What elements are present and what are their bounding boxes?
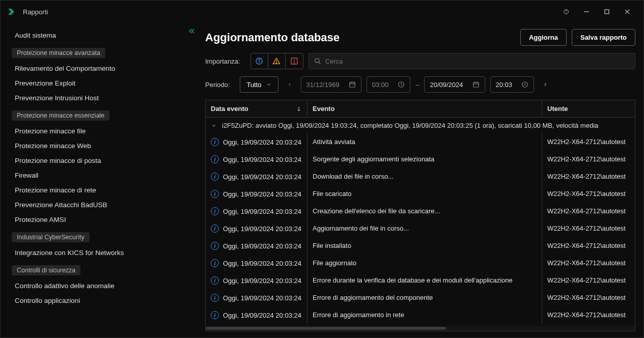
- severity-warning-toggle[interactable]: [268, 53, 286, 69]
- cell-date: iOggi, 19/09/2024 20:03:24: [206, 255, 307, 272]
- cell-date: iOggi, 19/09/2024 20:03:24: [206, 272, 307, 289]
- table-row[interactable]: iOggi, 19/09/2024 20:03:24Errore di aggi…: [206, 306, 635, 324]
- cell-date: iOggi, 19/09/2024 20:03:24: [206, 220, 307, 237]
- info-icon: i: [211, 276, 219, 285]
- sidebar-item[interactable]: Rilevamento del Comportamento: [1, 61, 200, 76]
- svg-point-8: [259, 59, 259, 60]
- column-header-user[interactable]: Utente: [542, 100, 635, 117]
- sidebar-item[interactable]: Prevenzione Intrusioni Host: [1, 91, 200, 105]
- period-dropdown[interactable]: Tutto: [240, 76, 278, 93]
- chevron-down-icon: [211, 123, 217, 129]
- cell-user: W22H2-X64-2712\autotest: [542, 151, 635, 168]
- sidebar-item[interactable]: Controllo applicazioni: [1, 293, 200, 308]
- info-icon: i: [211, 155, 219, 163]
- table-row[interactable]: iOggi, 19/09/2024 20:03:24File installat…: [206, 237, 635, 255]
- end-time-value: 20:03: [496, 81, 513, 89]
- cell-user: W22H2-X64-2712\autotest: [542, 306, 635, 324]
- cell-event: Sorgente degli aggiornamenti selezionata: [307, 151, 542, 168]
- sidebar-item[interactable]: Protezione minacce file: [1, 124, 200, 138]
- main-content: Aggiornamento database Aggiorna Salva ra…: [200, 23, 643, 337]
- severity-info-toggle[interactable]: [251, 53, 268, 69]
- cell-event: Errore durante la verifica dei database …: [307, 272, 542, 289]
- period-prev-button[interactable]: [284, 76, 296, 93]
- horizontal-scrollbar[interactable]: [206, 326, 635, 331]
- cell-date: iOggi, 19/09/2024 20:03:24: [206, 168, 307, 185]
- info-icon: i: [211, 207, 219, 215]
- sidebar-item[interactable]: Protezione minacce di rete: [1, 183, 200, 198]
- table-row[interactable]: iOggi, 19/09/2024 20:03:24Creazione dell…: [206, 203, 635, 220]
- sidebar-item[interactable]: Integrazione con KICS for Networks: [1, 245, 200, 260]
- search-box[interactable]: [309, 53, 635, 69]
- svg-rect-3: [605, 10, 609, 14]
- range-dash: –: [415, 81, 419, 89]
- save-report-button[interactable]: Salva rapporto: [572, 29, 635, 46]
- table-row[interactable]: iOggi, 19/09/2024 20:03:24Attività avvia…: [206, 133, 635, 151]
- sidebar-item[interactable]: Firewall: [1, 168, 200, 183]
- app-logo-icon: [7, 7, 17, 17]
- calendar-icon: [349, 81, 356, 88]
- end-time-input[interactable]: 20:03: [490, 76, 535, 93]
- cell-user: W22H2-X64-2712\autotest: [542, 220, 635, 237]
- search-icon: [314, 58, 321, 65]
- table-row[interactable]: iOggi, 19/09/2024 20:03:24Errore di aggi…: [206, 289, 635, 306]
- cell-user: W22H2-X64-2712\autotest: [542, 237, 635, 255]
- info-icon: i: [211, 311, 219, 319]
- column-header-date[interactable]: Data evento: [206, 100, 307, 117]
- start-time-input[interactable]: 03:00: [367, 76, 411, 93]
- sidebar-item[interactable]: Protezione minacce di posta: [1, 153, 200, 168]
- close-button[interactable]: [617, 4, 637, 19]
- cell-date: iOggi, 19/09/2024 20:03:24: [206, 151, 307, 168]
- sidebar-group-label: Controlli di sicurezza: [12, 265, 80, 275]
- titlebar: Rapporti: [1, 1, 643, 23]
- sidebar-item[interactable]: Protezione minacce Web: [1, 138, 200, 153]
- sidebar-item[interactable]: Protezione AMSI: [1, 212, 200, 227]
- collapse-sidebar-icon[interactable]: [188, 27, 196, 37]
- info-icon: i: [211, 173, 219, 181]
- page-title: Aggiornamento database: [205, 31, 340, 44]
- cell-date: iOggi, 19/09/2024 20:03:24: [206, 185, 307, 203]
- cell-event: File aggiornato: [307, 255, 542, 272]
- sidebar-item-audit[interactable]: Audit sistema: [1, 28, 200, 43]
- sidebar-item[interactable]: Prevenzione Exploit: [1, 76, 200, 91]
- help-button[interactable]: [556, 4, 576, 19]
- svg-point-13: [294, 63, 294, 63]
- svg-rect-21: [473, 82, 479, 87]
- start-date-value: 31/12/1969: [306, 81, 340, 89]
- cell-user: W22H2-X64-2712\autotest: [542, 168, 635, 185]
- table-row[interactable]: iOggi, 19/09/2024 20:03:24Sorgente degli…: [206, 151, 635, 168]
- sidebar: Audit sistema Protezione minacce avanzat…: [1, 23, 200, 337]
- period-label: Periodo:: [205, 81, 230, 89]
- cell-event: Creazione dell'elenco dei file da scaric…: [307, 203, 542, 220]
- svg-point-1: [566, 13, 567, 13]
- chevron-down-icon: [266, 81, 272, 88]
- cell-event: Aggiornamento dei file in corso...: [307, 220, 542, 237]
- info-icon: i: [211, 259, 219, 267]
- table-row[interactable]: iOggi, 19/09/2024 20:03:24Errore durante…: [206, 272, 635, 289]
- table-row[interactable]: iOggi, 19/09/2024 20:03:24File aggiornat…: [206, 255, 635, 272]
- app-window: Rapporti Audit sistema Protezione minacc…: [0, 0, 644, 338]
- sort-desc-icon: [296, 106, 302, 112]
- severity-error-toggle[interactable]: [286, 53, 303, 69]
- group-row[interactable]: i2F5ZuPD: avviato Oggi, 19/09/2024 19:03…: [206, 118, 635, 133]
- info-icon: i: [211, 294, 219, 302]
- info-icon: i: [211, 242, 219, 250]
- table-row[interactable]: iOggi, 19/09/2024 20:03:24File scaricato…: [206, 185, 635, 203]
- period-next-button[interactable]: [539, 76, 551, 93]
- sidebar-group-label: Protezione minacce avanzata: [12, 48, 105, 58]
- cell-date: iOggi, 19/09/2024 20:03:24: [206, 289, 307, 306]
- info-icon: i: [211, 138, 219, 146]
- end-date-input[interactable]: 20/09/2024: [424, 76, 485, 93]
- refresh-button[interactable]: Aggiorna: [520, 29, 567, 46]
- end-date-value: 20/09/2024: [430, 81, 463, 89]
- minimize-button[interactable]: [576, 4, 597, 19]
- column-header-event[interactable]: Evento: [307, 100, 542, 117]
- maximize-button[interactable]: [597, 4, 617, 19]
- table-row[interactable]: iOggi, 19/09/2024 20:03:24Download dei f…: [206, 168, 635, 185]
- sidebar-item[interactable]: Controllo adattivo delle anomalie: [1, 278, 200, 293]
- search-input[interactable]: [325, 58, 630, 65]
- table-row[interactable]: iOggi, 19/09/2024 20:03:24Aggiornamento …: [206, 220, 635, 237]
- info-icon: i: [211, 190, 219, 198]
- start-date-input[interactable]: 31/12/1969: [301, 76, 361, 93]
- period-dropdown-value: Tutto: [246, 81, 261, 89]
- sidebar-item[interactable]: Prevenzione Attacchi BadUSB: [1, 198, 200, 212]
